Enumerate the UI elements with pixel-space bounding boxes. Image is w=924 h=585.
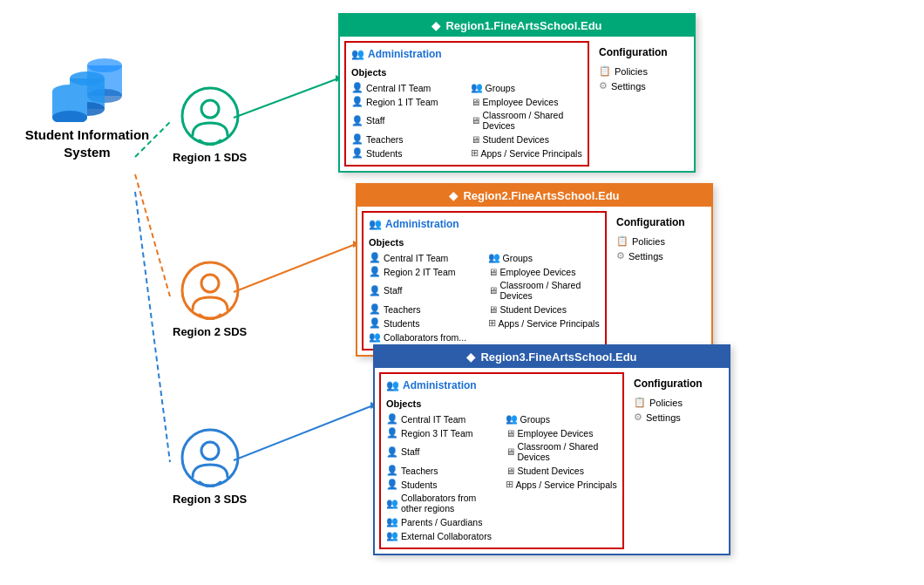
region2-region2-team: 👤 Region 2 IT Team	[369, 265, 481, 278]
region1-settings: ⚙ Settings	[599, 78, 684, 93]
region3-apps: ⊞ Apps / Service Principals	[506, 478, 618, 491]
region2-central-team: 👤 Central IT Team	[369, 251, 481, 264]
region1-sds: Region 1 SDS	[173, 85, 247, 164]
settings-icon: ⚙	[599, 80, 608, 92]
region2-config: Configuration 📋 Policies ⚙ Settings	[611, 211, 707, 350]
region3-objects-title: Objects	[386, 398, 617, 409]
region1-panel: ◆ Region1.FineArtsSchool.Edu 👥 Administr…	[338, 13, 696, 173]
region2-employee-devices: 🖥 Employee Devices	[488, 265, 601, 278]
region3-admin-icon: 👥	[386, 379, 399, 391]
region1-admin-header: 👥 Administration	[351, 48, 582, 62]
region1-objects-title: Objects	[351, 67, 582, 78]
region2-apps: ⊞ Apps / Service Principals	[488, 316, 601, 330]
settings-icon: ⚙	[634, 412, 642, 423]
apps-icon: ⊞	[488, 317, 496, 329]
settings-icon: ⚙	[616, 250, 625, 262]
person-icon: 👤	[369, 266, 381, 277]
region3-title: Region3.FineArtsSchool.Edu	[480, 350, 636, 364]
region3-employee-devices: 🖥 Employee Devices	[506, 426, 618, 439]
region1-title: Region1.FineArtsSchool.Edu	[445, 19, 601, 32]
region3-classroom-devices: 🖥 Classroom / Shared Devices	[506, 440, 618, 463]
region1-classroom-devices: 🖥 Classroom / Shared Devices	[471, 109, 583, 132]
policy-icon: 📋	[634, 397, 646, 408]
person-icon: 👤	[386, 446, 398, 458]
region3-teachers: 👤 Teachers	[386, 464, 499, 477]
collaborator-icon: 👥	[369, 331, 381, 343]
region3-sds: Region 3 SDS	[173, 427, 247, 506]
region3-collaborators-other: 👥 Collaborators from other regions	[386, 492, 499, 514]
svg-line-1	[135, 174, 170, 296]
person-icon: 👤	[369, 317, 381, 329]
svg-point-21	[201, 275, 219, 292]
region3-admin-header: 👥 Administration	[386, 379, 617, 393]
region3-policies: 📋 Policies	[634, 395, 719, 410]
region3-groups: 👥 Groups	[506, 412, 618, 425]
region2-header: ◆ Region2.FineArtsSchool.Edu	[357, 185, 711, 207]
region3-config-title: Configuration	[634, 378, 719, 390]
region2-teachers: 👤 Teachers	[369, 303, 481, 316]
person-icon: 👤	[351, 82, 363, 93]
region2-admin: 👥 Administration Objects 👤 Central IT Te…	[362, 211, 607, 350]
region1-header: ◆ Region1.FineArtsSchool.Edu	[340, 15, 694, 37]
sis-label: Student Information System	[9, 126, 166, 160]
device-icon: 🖥	[506, 446, 515, 457]
person-icon: 👤	[369, 285, 381, 296]
region2-student-devices: 🖥 Student Devices	[488, 303, 601, 316]
region2-admin-header: 👥 Administration	[369, 218, 600, 232]
device-icon: 🖥	[488, 285, 498, 296]
region3-sds-icon	[180, 427, 241, 488]
region2-classroom-devices: 🖥 Classroom / Shared Devices	[488, 279, 601, 302]
region1-central-team: 👤 Central IT Team	[351, 81, 464, 94]
region3-student-devices: 🖥 Student Devices	[506, 464, 618, 477]
parent-icon: 👥	[386, 516, 398, 527]
device-icon: 🖥	[488, 304, 498, 315]
region2-policies: 📋 Policies	[616, 234, 702, 248]
region3-admin: 👥 Administration Objects 👤 Central IT Te…	[379, 372, 624, 549]
person-icon: 👤	[351, 115, 363, 126]
device-icon: 🖥	[488, 267, 498, 277]
region3-config: Configuration 📋 Policies ⚙ Settings	[628, 372, 724, 549]
person-icon: 👤	[386, 427, 398, 439]
apps-icon: ⊞	[506, 479, 513, 490]
device-icon: 🖥	[471, 134, 480, 145]
svg-point-19	[201, 100, 219, 118]
device-icon: 🖥	[506, 466, 515, 476]
region2-settings: ⚙ Settings	[616, 248, 702, 263]
region2-panel: ◆ Region2.FineArtsSchool.Edu 👥 Administr…	[356, 183, 713, 357]
device-icon: 🖥	[471, 97, 480, 107]
region2-objects-title: Objects	[369, 237, 600, 248]
external-icon: 👥	[386, 530, 398, 541]
svg-line-7	[234, 405, 373, 460]
database-icon	[9, 44, 166, 122]
region2-diamond-icon: ◆	[449, 189, 458, 202]
person-icon: 👤	[351, 133, 363, 145]
region2-staff: 👤 Staff	[369, 279, 481, 302]
region3-header: ◆ Region3.FineArtsSchool.Edu	[375, 346, 729, 368]
region3-sds-label: Region 3 SDS	[173, 493, 247, 506]
svg-line-5	[234, 244, 356, 292]
person-icon: 👤	[386, 413, 398, 425]
person-icon: 👤	[351, 147, 363, 159]
region1-admin: 👥 Administration Objects 👤 Central IT Te…	[344, 41, 589, 167]
device-icon: 🖥	[506, 428, 515, 439]
svg-line-3	[234, 78, 338, 118]
region1-groups: 👥 Groups	[471, 81, 583, 94]
person-icon: 👤	[386, 479, 398, 490]
region3-parents: 👥 Parents / Guardians	[386, 515, 499, 528]
region1-student-devices: 🖥 Student Devices	[471, 133, 583, 146]
region1-region1-team: 👤 Region 1 IT Team	[351, 95, 464, 108]
region1-sds-label: Region 1 SDS	[173, 151, 247, 164]
person-icon: 👤	[386, 465, 398, 476]
region1-admin-icon: 👥	[351, 48, 364, 60]
region2-sds: Region 2 SDS	[173, 260, 247, 338]
region2-groups: 👥 Groups	[488, 251, 601, 264]
region2-title: Region2.FineArtsSchool.Edu	[463, 189, 619, 202]
region2-sds-icon	[180, 260, 241, 321]
region3-settings: ⚙ Settings	[634, 410, 719, 425]
person-icon: 👤	[369, 303, 381, 315]
region3-central-team: 👤 Central IT Team	[386, 412, 499, 425]
policy-icon: 📋	[599, 65, 611, 77]
device-icon: 🖥	[471, 115, 480, 126]
region3-panel: ◆ Region3.FineArtsSchool.Edu 👥 Administr…	[373, 344, 730, 555]
svg-point-23	[201, 442, 219, 459]
